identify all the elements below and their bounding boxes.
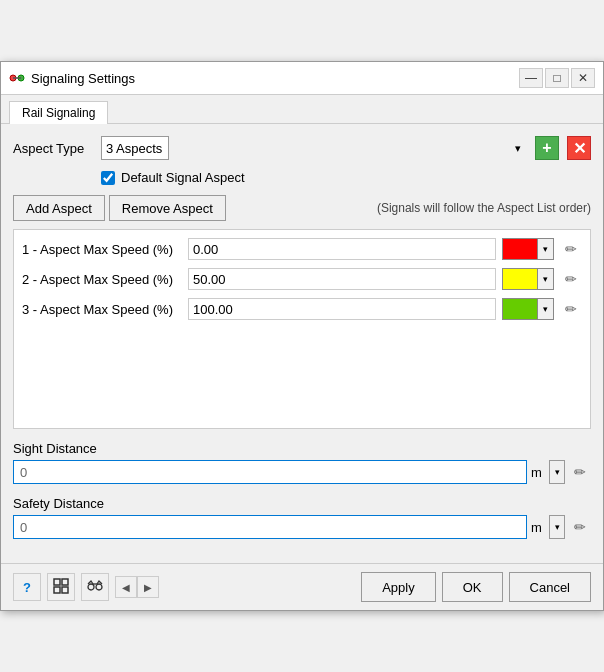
tab-bar: Rail Signaling xyxy=(1,95,603,124)
next-button[interactable]: ▶ xyxy=(137,576,159,598)
binoculars-icon xyxy=(87,579,103,596)
sight-distance-unit-dropdown[interactable]: ▾ xyxy=(549,460,565,484)
prev-button[interactable]: ◀ xyxy=(115,576,137,598)
safety-distance-unit: m xyxy=(531,520,545,535)
window-icon xyxy=(9,70,25,86)
default-signal-row: Default Signal Aspect xyxy=(101,170,591,185)
aspect-3-color-swatch[interactable] xyxy=(502,298,538,320)
bottom-bar: ? xyxy=(1,563,603,610)
minimize-button[interactable]: — xyxy=(519,68,543,88)
sight-distance-input[interactable] xyxy=(13,460,527,484)
aspect-3-edit-button[interactable]: ✏ xyxy=(560,298,582,320)
title-controls: — □ ✕ xyxy=(519,68,595,88)
signaling-settings-window: Signaling Settings — □ ✕ Rail Signaling … xyxy=(0,61,604,611)
maximize-button[interactable]: □ xyxy=(545,68,569,88)
aspect-1-color-swatch[interactable] xyxy=(502,238,538,260)
safety-distance-section: Safety Distance m ▾ ✏ xyxy=(13,496,591,539)
add-aspect-type-button[interactable]: + xyxy=(535,136,559,160)
aspect-2-color-swatch[interactable] xyxy=(502,268,538,290)
default-signal-checkbox[interactable] xyxy=(101,171,115,185)
help-icon: ? xyxy=(23,580,31,595)
aspect-3-color-dropdown[interactable]: ▾ xyxy=(538,298,554,320)
sight-distance-edit-button[interactable]: ✏ xyxy=(569,461,591,483)
aspect-2-edit-button[interactable]: ✏ xyxy=(560,268,582,290)
action-buttons: Add Aspect Remove Aspect xyxy=(13,195,226,221)
svg-point-7 xyxy=(88,584,94,590)
sight-distance-section: Sight Distance m ▾ ✏ xyxy=(13,441,591,484)
aspect-row-2: 2 - Aspect Max Speed (%) ▾ ✏ xyxy=(22,268,582,290)
content-area: Aspect Type 3 Aspects + ✕ Default Signal… xyxy=(1,124,603,563)
close-button[interactable]: ✕ xyxy=(571,68,595,88)
grid-settings-button[interactable] xyxy=(47,573,75,601)
grid-icon xyxy=(53,578,69,597)
aspect-3-label: 3 - Aspect Max Speed (%) xyxy=(22,302,182,317)
cancel-button[interactable]: Cancel xyxy=(509,572,591,602)
window-title: Signaling Settings xyxy=(31,71,135,86)
aspect-1-edit-button[interactable]: ✏ xyxy=(560,238,582,260)
aspect-2-input[interactable] xyxy=(188,268,496,290)
safety-distance-input[interactable] xyxy=(13,515,527,539)
sight-distance-label: Sight Distance xyxy=(13,441,591,456)
aspects-panel: 1 - Aspect Max Speed (%) ▾ ✏ 2 - Aspect … xyxy=(13,229,591,429)
safety-distance-label: Safety Distance xyxy=(13,496,591,511)
search-button[interactable] xyxy=(81,573,109,601)
aspect-3-color-control: ▾ xyxy=(502,298,554,320)
bottom-right-controls: Apply OK Cancel xyxy=(361,572,591,602)
apply-button[interactable]: Apply xyxy=(361,572,436,602)
svg-rect-3 xyxy=(54,579,60,585)
aspect-2-color-dropdown[interactable]: ▾ xyxy=(538,268,554,290)
aspect-1-color-dropdown[interactable]: ▾ xyxy=(538,238,554,260)
add-aspect-button[interactable]: Add Aspect xyxy=(13,195,105,221)
aspect-type-select[interactable]: 3 Aspects xyxy=(101,136,169,160)
default-signal-label[interactable]: Default Signal Aspect xyxy=(121,170,245,185)
aspect-type-label: Aspect Type xyxy=(13,141,93,156)
remove-aspect-button[interactable]: Remove Aspect xyxy=(109,195,226,221)
svg-rect-6 xyxy=(62,587,68,593)
aspect-1-color-control: ▾ xyxy=(502,238,554,260)
nav-buttons: ◀ ▶ xyxy=(115,576,159,598)
sight-distance-row: m ▾ ✏ xyxy=(13,460,591,484)
svg-rect-4 xyxy=(62,579,68,585)
safety-distance-row: m ▾ ✏ xyxy=(13,515,591,539)
ok-button[interactable]: OK xyxy=(442,572,503,602)
svg-point-8 xyxy=(96,584,102,590)
title-bar: Signaling Settings — □ ✕ xyxy=(1,62,603,95)
hint-text: (Signals will follow the Aspect List ord… xyxy=(377,201,591,215)
bottom-left-controls: ? xyxy=(13,573,159,601)
aspect-2-label: 2 - Aspect Max Speed (%) xyxy=(22,272,182,287)
title-bar-left: Signaling Settings xyxy=(9,70,135,86)
aspect-1-label: 1 - Aspect Max Speed (%) xyxy=(22,242,182,257)
aspect-row-3: 3 - Aspect Max Speed (%) ▾ ✏ xyxy=(22,298,582,320)
aspect-type-row: Aspect Type 3 Aspects + ✕ xyxy=(13,136,591,160)
aspect-row-1: 1 - Aspect Max Speed (%) ▾ ✏ xyxy=(22,238,582,260)
aspect-3-input[interactable] xyxy=(188,298,496,320)
svg-rect-5 xyxy=(54,587,60,593)
aspect-2-color-control: ▾ xyxy=(502,268,554,290)
aspect-type-select-wrapper: 3 Aspects xyxy=(101,136,527,160)
help-button[interactable]: ? xyxy=(13,573,41,601)
safety-distance-edit-button[interactable]: ✏ xyxy=(569,516,591,538)
safety-distance-unit-dropdown[interactable]: ▾ xyxy=(549,515,565,539)
aspect-1-input[interactable] xyxy=(188,238,496,260)
remove-aspect-type-button[interactable]: ✕ xyxy=(567,136,591,160)
action-row: Add Aspect Remove Aspect (Signals will f… xyxy=(13,195,591,221)
sight-distance-unit: m xyxy=(531,465,545,480)
tab-rail-signaling[interactable]: Rail Signaling xyxy=(9,101,108,124)
